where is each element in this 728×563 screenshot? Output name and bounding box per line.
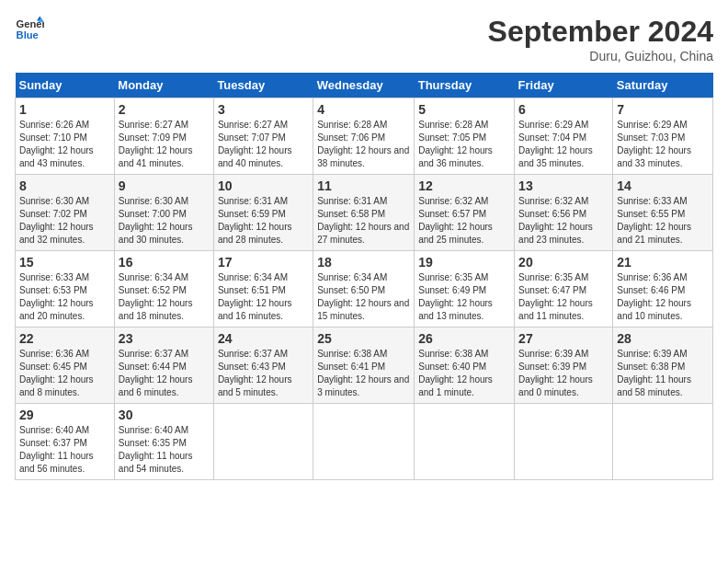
empty-cell [515, 404, 613, 480]
day-info: Sunrise: 6:29 AMSunset: 7:04 PMDaylight:… [518, 119, 609, 170]
col-saturday: Saturday [613, 73, 713, 98]
day-cell-8: 8Sunrise: 6:30 AMSunset: 7:02 PMDaylight… [16, 175, 115, 251]
day-info: Sunrise: 6:29 AMSunset: 7:03 PMDaylight:… [617, 119, 709, 170]
day-number: 13 [518, 178, 609, 193]
day-cell-16: 16Sunrise: 6:34 AMSunset: 6:52 PMDayligh… [114, 251, 213, 327]
day-number: 10 [218, 178, 309, 193]
empty-cell [313, 404, 415, 480]
day-cell-21: 21Sunrise: 6:36 AMSunset: 6:46 PMDayligh… [613, 251, 713, 327]
col-friday: Friday [515, 73, 613, 98]
logo: General Blue [15, 15, 44, 44]
week-row-5: 29Sunrise: 6:40 AMSunset: 6:37 PMDayligh… [16, 404, 713, 480]
day-info: Sunrise: 6:33 AMSunset: 6:53 PMDaylight:… [19, 271, 110, 323]
header-row: Sunday Monday Tuesday Wednesday Thursday… [16, 73, 713, 98]
day-cell-25: 25Sunrise: 6:38 AMSunset: 6:41 PMDayligh… [313, 327, 415, 404]
svg-text:Blue: Blue [17, 29, 39, 40]
day-number: 6 [518, 102, 609, 117]
day-info: Sunrise: 6:31 AMSunset: 6:59 PMDaylight:… [218, 195, 309, 247]
day-cell-14: 14Sunrise: 6:33 AMSunset: 6:55 PMDayligh… [613, 175, 713, 251]
day-cell-29: 29Sunrise: 6:40 AMSunset: 6:37 PMDayligh… [16, 404, 115, 480]
day-number: 12 [418, 178, 510, 193]
day-info: Sunrise: 6:34 AMSunset: 6:50 PMDaylight:… [317, 271, 410, 323]
location: Duru, Guizhou, China [488, 49, 713, 63]
day-cell-1: 1Sunrise: 6:26 AMSunset: 7:10 PMDaylight… [16, 98, 115, 175]
day-number: 21 [617, 255, 709, 270]
day-info: Sunrise: 6:35 AMSunset: 6:49 PMDaylight:… [418, 271, 510, 323]
day-cell-13: 13Sunrise: 6:32 AMSunset: 6:56 PMDayligh… [515, 175, 613, 251]
day-number: 27 [518, 331, 609, 346]
day-cell-9: 9Sunrise: 6:30 AMSunset: 7:00 PMDaylight… [114, 175, 213, 251]
day-cell-19: 19Sunrise: 6:35 AMSunset: 6:49 PMDayligh… [415, 251, 515, 327]
day-info: Sunrise: 6:36 AMSunset: 6:45 PMDaylight:… [19, 348, 110, 399]
day-number: 9 [119, 178, 210, 193]
day-cell-6: 6Sunrise: 6:29 AMSunset: 7:04 PMDaylight… [515, 98, 613, 175]
day-cell-17: 17Sunrise: 6:34 AMSunset: 6:51 PMDayligh… [213, 251, 313, 327]
day-info: Sunrise: 6:26 AMSunset: 7:10 PMDaylight:… [19, 119, 110, 170]
day-number: 20 [518, 255, 609, 270]
day-cell-30: 30Sunrise: 6:40 AMSunset: 6:35 PMDayligh… [114, 404, 213, 480]
calendar-table: Sunday Monday Tuesday Wednesday Thursday… [15, 73, 713, 480]
day-info: Sunrise: 6:34 AMSunset: 6:51 PMDaylight:… [218, 271, 309, 323]
day-number: 7 [617, 102, 709, 117]
day-info: Sunrise: 6:33 AMSunset: 6:55 PMDaylight:… [617, 195, 709, 247]
day-number: 19 [418, 255, 510, 270]
day-cell-27: 27Sunrise: 6:39 AMSunset: 6:39 PMDayligh… [515, 327, 613, 404]
day-number: 5 [418, 102, 510, 117]
day-info: Sunrise: 6:38 AMSunset: 6:40 PMDaylight:… [418, 348, 510, 399]
day-cell-20: 20Sunrise: 6:35 AMSunset: 6:47 PMDayligh… [515, 251, 613, 327]
day-number: 25 [317, 331, 410, 346]
day-cell-3: 3Sunrise: 6:27 AMSunset: 7:07 PMDaylight… [213, 98, 313, 175]
day-number: 4 [317, 102, 410, 117]
col-monday: Monday [114, 73, 213, 98]
day-cell-10: 10Sunrise: 6:31 AMSunset: 6:59 PMDayligh… [213, 175, 313, 251]
day-number: 1 [19, 102, 110, 117]
day-number: 17 [218, 255, 309, 270]
title-block: September 2024 Duru, Guizhou, China [488, 15, 713, 63]
day-number: 14 [617, 178, 709, 193]
week-row-2: 8Sunrise: 6:30 AMSunset: 7:02 PMDaylight… [16, 175, 713, 251]
day-cell-23: 23Sunrise: 6:37 AMSunset: 6:44 PMDayligh… [114, 327, 213, 404]
empty-cell [213, 404, 313, 480]
day-info: Sunrise: 6:28 AMSunset: 7:05 PMDaylight:… [418, 119, 510, 170]
day-number: 3 [218, 102, 309, 117]
day-info: Sunrise: 6:40 AMSunset: 6:35 PMDaylight:… [119, 424, 210, 476]
day-cell-24: 24Sunrise: 6:37 AMSunset: 6:43 PMDayligh… [213, 327, 313, 404]
day-number: 18 [317, 255, 410, 270]
day-number: 29 [19, 408, 110, 422]
page-header: General Blue September 2024 Duru, Guizho… [15, 15, 713, 63]
day-info: Sunrise: 6:28 AMSunset: 7:06 PMDaylight:… [317, 119, 410, 170]
day-info: Sunrise: 6:32 AMSunset: 6:57 PMDaylight:… [418, 195, 510, 247]
day-number: 23 [119, 331, 210, 346]
day-info: Sunrise: 6:34 AMSunset: 6:52 PMDaylight:… [119, 271, 210, 323]
col-wednesday: Wednesday [313, 73, 415, 98]
week-row-1: 1Sunrise: 6:26 AMSunset: 7:10 PMDaylight… [16, 98, 713, 175]
day-info: Sunrise: 6:39 AMSunset: 6:38 PMDaylight:… [617, 348, 709, 399]
day-number: 8 [19, 178, 110, 193]
day-cell-28: 28Sunrise: 6:39 AMSunset: 6:38 PMDayligh… [613, 327, 713, 404]
day-info: Sunrise: 6:38 AMSunset: 6:41 PMDaylight:… [317, 348, 410, 399]
day-number: 24 [218, 331, 309, 346]
day-cell-11: 11Sunrise: 6:31 AMSunset: 6:58 PMDayligh… [313, 175, 415, 251]
day-cell-22: 22Sunrise: 6:36 AMSunset: 6:45 PMDayligh… [16, 327, 115, 404]
day-number: 2 [119, 102, 210, 117]
day-info: Sunrise: 6:27 AMSunset: 7:07 PMDaylight:… [218, 119, 309, 170]
empty-cell [613, 404, 713, 480]
day-info: Sunrise: 6:30 AMSunset: 7:00 PMDaylight:… [119, 195, 210, 247]
day-number: 15 [19, 255, 110, 270]
logo-icon: General Blue [15, 15, 44, 44]
col-tuesday: Tuesday [213, 73, 313, 98]
month-title: September 2024 [488, 15, 713, 49]
day-number: 30 [119, 408, 210, 422]
day-number: 11 [317, 178, 410, 193]
day-cell-15: 15Sunrise: 6:33 AMSunset: 6:53 PMDayligh… [16, 251, 115, 327]
day-info: Sunrise: 6:36 AMSunset: 6:46 PMDaylight:… [617, 271, 709, 323]
day-info: Sunrise: 6:31 AMSunset: 6:58 PMDaylight:… [317, 195, 410, 247]
col-thursday: Thursday [415, 73, 515, 98]
day-cell-4: 4Sunrise: 6:28 AMSunset: 7:06 PMDaylight… [313, 98, 415, 175]
day-info: Sunrise: 6:35 AMSunset: 6:47 PMDaylight:… [518, 271, 609, 323]
day-info: Sunrise: 6:32 AMSunset: 6:56 PMDaylight:… [518, 195, 609, 247]
day-cell-2: 2Sunrise: 6:27 AMSunset: 7:09 PMDaylight… [114, 98, 213, 175]
day-cell-12: 12Sunrise: 6:32 AMSunset: 6:57 PMDayligh… [415, 175, 515, 251]
week-row-3: 15Sunrise: 6:33 AMSunset: 6:53 PMDayligh… [16, 251, 713, 327]
col-sunday: Sunday [16, 73, 115, 98]
